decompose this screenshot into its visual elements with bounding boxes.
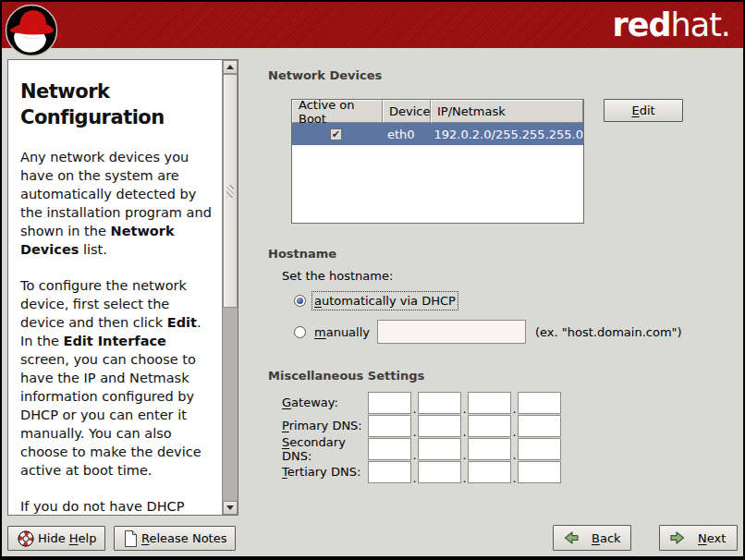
primary-dns-octet-3[interactable] bbox=[468, 415, 511, 437]
redhat-shadowman-logo-icon bbox=[5, 4, 58, 57]
scrollbar-thumb[interactable] bbox=[223, 74, 238, 308]
active-on-boot-cell: ✔ bbox=[292, 128, 380, 140]
help-paragraph-2: To configure the network device, first s… bbox=[20, 276, 213, 480]
primary-dns-row: Primary DNS: ... bbox=[282, 414, 561, 437]
redhat-wordmark: redhat. bbox=[612, 5, 730, 45]
primary-dns-octet-1[interactable] bbox=[368, 415, 411, 437]
network-devices-section-label: Network Devices bbox=[268, 68, 382, 82]
redhat-banner: redhat. bbox=[2, 2, 743, 48]
gateway-row: Gateway: ... bbox=[282, 391, 561, 414]
wordmark-red: red bbox=[612, 6, 670, 43]
help-title: Network Configuration bbox=[20, 79, 213, 131]
secondary-dns-octet-1[interactable] bbox=[368, 438, 411, 460]
radio-manually[interactable] bbox=[294, 326, 306, 338]
tertiary-dns-octet-2[interactable] bbox=[418, 461, 461, 483]
help-panel: Network Configuration Any network device… bbox=[7, 59, 238, 516]
primary-dns-octet-2[interactable] bbox=[418, 415, 461, 437]
arrow-right-icon bbox=[669, 530, 686, 546]
active-on-boot-checkbox[interactable]: ✔ bbox=[330, 128, 342, 140]
gateway-octet-2[interactable] bbox=[418, 392, 461, 414]
primary-dns-octet-4[interactable] bbox=[518, 415, 561, 437]
column-header-device[interactable]: Device bbox=[383, 100, 431, 123]
hostname-example-hint: (ex. "host.domain.com") bbox=[535, 325, 682, 339]
triangle-up-icon bbox=[226, 65, 234, 69]
triangle-down-icon bbox=[226, 505, 234, 510]
table-row-eth0[interactable]: ✔ eth0 192.0.2.0/255.255.255.0 bbox=[292, 123, 583, 145]
scroll-up-button[interactable] bbox=[223, 60, 238, 74]
secondary-dns-octet-2[interactable] bbox=[418, 438, 461, 460]
release-notes-button[interactable]: Release Notes bbox=[114, 526, 236, 551]
hostname-section-label: Hostname bbox=[268, 247, 336, 261]
help-paragraph-3: If you do not have DHCP client access or… bbox=[20, 497, 213, 515]
gateway-octet-3[interactable] bbox=[468, 392, 511, 414]
tertiary-dns-octet-1[interactable] bbox=[368, 461, 411, 483]
set-hostname-prompt: Set the hostname: bbox=[282, 269, 393, 283]
back-button[interactable]: Back bbox=[553, 525, 631, 551]
check-icon: ✔ bbox=[332, 129, 340, 140]
secondary-dns-octet-3[interactable] bbox=[468, 438, 511, 460]
installer-window: redhat. ® Network Configuration Any netw… bbox=[0, 0, 745, 560]
manual-hostname-input[interactable] bbox=[377, 320, 526, 344]
primary-dns-label: Primary DNS: bbox=[282, 419, 368, 432]
document-icon bbox=[123, 530, 139, 548]
registered-trademark: ® bbox=[56, 32, 63, 40]
radio-automatically-dhcp[interactable] bbox=[294, 295, 306, 307]
device-cell: eth0 bbox=[380, 128, 427, 141]
edit-button[interactable]: Edit bbox=[604, 99, 683, 122]
network-devices-table: Active on Boot Device IP/Netmask ✔ eth0 … bbox=[291, 99, 584, 224]
secondary-dns-row: Secondary DNS: ... bbox=[282, 437, 561, 460]
arrow-left-icon bbox=[563, 530, 580, 546]
scroll-down-button[interactable] bbox=[223, 501, 238, 515]
tertiary-dns-row: Tertiary DNS: ... bbox=[282, 460, 561, 483]
wordmark-hat: hat. bbox=[671, 6, 730, 43]
misc-settings-section-label: Miscellaneous Settings bbox=[268, 369, 424, 383]
ip-netmask-cell: 192.0.2.0/255.255.255.0 bbox=[426, 128, 583, 141]
gateway-octet-4[interactable] bbox=[518, 392, 561, 414]
radio-label-manually[interactable]: manually bbox=[314, 325, 370, 339]
table-header-row: Active on Boot Device IP/Netmask bbox=[292, 100, 583, 123]
secondary-dns-octet-4[interactable] bbox=[518, 438, 561, 460]
next-button[interactable]: Next bbox=[659, 525, 738, 551]
gateway-octet-1[interactable] bbox=[368, 392, 411, 414]
help-scrollbar[interactable] bbox=[222, 60, 238, 515]
column-header-active-on-boot[interactable]: Active on Boot bbox=[292, 100, 383, 123]
hide-help-button[interactable]: Hide Help bbox=[7, 526, 105, 551]
life-preserver-icon bbox=[17, 530, 35, 548]
tertiary-dns-label: Tertiary DNS: bbox=[282, 465, 368, 479]
secondary-dns-label: Secondary DNS: bbox=[282, 435, 368, 463]
radio-label-automatically-dhcp[interactable]: automatically via DHCP bbox=[314, 294, 456, 308]
tertiary-dns-octet-3[interactable] bbox=[468, 461, 511, 483]
help-text: Network Configuration Any network device… bbox=[8, 60, 222, 515]
tertiary-dns-octet-4[interactable] bbox=[518, 461, 561, 483]
gateway-label: Gateway: bbox=[282, 396, 368, 409]
column-header-ip-netmask[interactable]: IP/Netmask bbox=[431, 100, 583, 123]
help-paragraph-1: Any network devices you have on the syst… bbox=[20, 148, 213, 259]
